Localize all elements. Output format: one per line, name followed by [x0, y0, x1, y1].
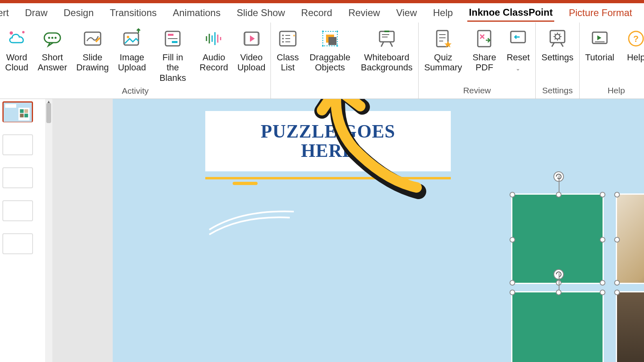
- selection-handle[interactable]: [600, 192, 605, 197]
- thumbnail-scrollbar[interactable]: ▲: [45, 99, 52, 362]
- tutorial-button[interactable]: Tutorial: [583, 26, 617, 84]
- slide-thumbnail-4[interactable]: [2, 200, 33, 221]
- video-icon: [240, 27, 263, 50]
- svg-rect-22: [257, 32, 259, 45]
- slide-thumbnail-2[interactable]: [2, 134, 33, 155]
- svg-text:?: ?: [634, 34, 639, 44]
- slide-title-box[interactable]: PUZZLE GOES HERE: [205, 111, 451, 171]
- svg-rect-66: [25, 114, 28, 117]
- tab-insert[interactable]: ert: [0, 5, 10, 21]
- reset-label: Reset⌄: [507, 52, 530, 73]
- selection-handle[interactable]: [510, 237, 515, 243]
- ribbon-group-settings: Settings Settings: [536, 23, 580, 99]
- tab-draw[interactable]: Draw: [23, 5, 49, 21]
- svg-point-3: [48, 37, 50, 39]
- quiz-summary-icon: [432, 27, 454, 50]
- selection-handle[interactable]: [600, 280, 605, 286]
- slide-thumbnail-5[interactable]: [2, 233, 33, 254]
- tab-design[interactable]: Design: [62, 5, 95, 21]
- reset-icon: [507, 27, 529, 50]
- selection-handle[interactable]: [510, 192, 515, 197]
- share-pdf-button[interactable]: Share PDF: [470, 26, 499, 84]
- audio-record-button[interactable]: Audio Record: [198, 26, 230, 84]
- whiteboard-bg-button[interactable]: Whiteboard Backgrounds: [358, 26, 415, 84]
- reset-button[interactable]: Reset⌄: [504, 26, 532, 84]
- svg-line-43: [390, 42, 392, 47]
- scrollbar-thumb[interactable]: [46, 103, 51, 123]
- svg-marker-20: [250, 35, 255, 42]
- chevron-down-icon: ⌄: [516, 65, 520, 72]
- fill-blanks-button[interactable]: Fill in the Blanks: [153, 26, 192, 84]
- selection-handle[interactable]: [556, 290, 561, 295]
- svg-rect-21: [244, 32, 246, 45]
- share-pdf-label: Share PDF: [473, 52, 496, 73]
- slide-canvas-area: PUZZLE GOES HERE: [52, 99, 644, 362]
- fill-blanks-label: Fill in the Blanks: [156, 52, 190, 83]
- tab-transitions[interactable]: Transitions: [108, 5, 158, 21]
- video-upload-button[interactable]: Video Upload: [235, 26, 267, 84]
- tab-help[interactable]: Help: [431, 5, 454, 21]
- svg-point-1: [22, 31, 25, 33]
- word-cloud-button[interactable]: Word Cloud: [3, 26, 30, 84]
- svg-point-4: [52, 37, 54, 39]
- selection-handle[interactable]: [614, 237, 620, 243]
- settings-button[interactable]: Settings: [539, 26, 576, 84]
- svg-point-34: [322, 31, 324, 32]
- ribbon-group-tools: ★ Class List Draggable Objects Whiteboar…: [271, 23, 419, 99]
- selection-handle[interactable]: [614, 192, 620, 197]
- slide-title-text: PUZZLE GOES HERE: [261, 122, 395, 161]
- selection-handle[interactable]: [510, 280, 515, 286]
- slide-thumbnail-3[interactable]: [2, 167, 33, 188]
- selection-handle[interactable]: [614, 280, 620, 286]
- svg-line-42: [381, 42, 384, 47]
- group-label-settings: Settings: [539, 84, 576, 97]
- image-upload-label: Image Upload: [118, 52, 146, 73]
- svg-point-37: [336, 45, 338, 47]
- settings-label: Settings: [541, 52, 574, 62]
- tab-classpoint[interactable]: Inknoe ClassPoint: [467, 4, 554, 22]
- selection-handle[interactable]: [556, 192, 561, 197]
- selection-handle[interactable]: [510, 290, 515, 295]
- title-underline-accent: [233, 182, 258, 185]
- gear-icon: [546, 27, 569, 50]
- class-list-label: Class List: [277, 52, 299, 73]
- ribbon-tabs: ert Draw Design Transitions Animations S…: [0, 3, 644, 23]
- svg-point-8: [127, 36, 129, 38]
- short-answer-button[interactable]: Short Answer: [36, 26, 69, 84]
- tab-picture-format[interactable]: Picture Format: [567, 5, 634, 21]
- tab-view[interactable]: View: [394, 5, 419, 21]
- decorative-swoosh: [205, 206, 298, 238]
- puzzle-piece-4[interactable]: [616, 291, 644, 362]
- svg-point-29: [282, 41, 284, 43]
- selection-handle[interactable]: [600, 237, 605, 243]
- image-upload-icon: [121, 27, 143, 50]
- class-list-button[interactable]: ★ Class List: [274, 26, 301, 84]
- svg-rect-61: [5, 104, 17, 108]
- svg-point-35: [336, 31, 338, 32]
- workspace: ▲ PUZZLE GOES HERE: [0, 99, 644, 362]
- tab-animations[interactable]: Animations: [171, 5, 222, 21]
- slide-drawing-button[interactable]: Slide Drawing: [74, 26, 110, 84]
- image-upload-button[interactable]: Image Upload: [116, 26, 148, 84]
- quiz-summary-button[interactable]: Quiz Summary: [422, 26, 464, 84]
- audio-wave-icon: [202, 27, 225, 50]
- draggable-objects-button[interactable]: Draggable Objects: [307, 26, 353, 84]
- slide-canvas[interactable]: PUZZLE GOES HERE: [113, 99, 644, 362]
- slide-thumbnails-panel: ▲: [0, 99, 52, 362]
- speech-bubble-icon: [41, 27, 64, 50]
- puzzle-piece-3[interactable]: [511, 291, 604, 362]
- svg-point-27: [282, 38, 284, 39]
- help-button[interactable]: ? Help: [622, 26, 644, 84]
- word-cloud-label: Word Cloud: [5, 52, 28, 73]
- tab-record[interactable]: Record: [299, 5, 334, 21]
- ribbon-group-review: Quiz Summary Share PDF Reset⌄ Review: [419, 23, 536, 99]
- help-label: Help: [627, 52, 644, 62]
- slide-thumbnail-1[interactable]: [2, 101, 33, 122]
- video-upload-label: Video Upload: [237, 52, 266, 73]
- tab-slideshow[interactable]: Slide Show: [235, 5, 287, 21]
- selection-handle[interactable]: [600, 290, 605, 295]
- selection-handle[interactable]: [614, 290, 620, 295]
- pdf-icon: [473, 27, 495, 50]
- puzzle-piece-2[interactable]: [616, 193, 644, 284]
- tab-review[interactable]: Review: [347, 5, 382, 21]
